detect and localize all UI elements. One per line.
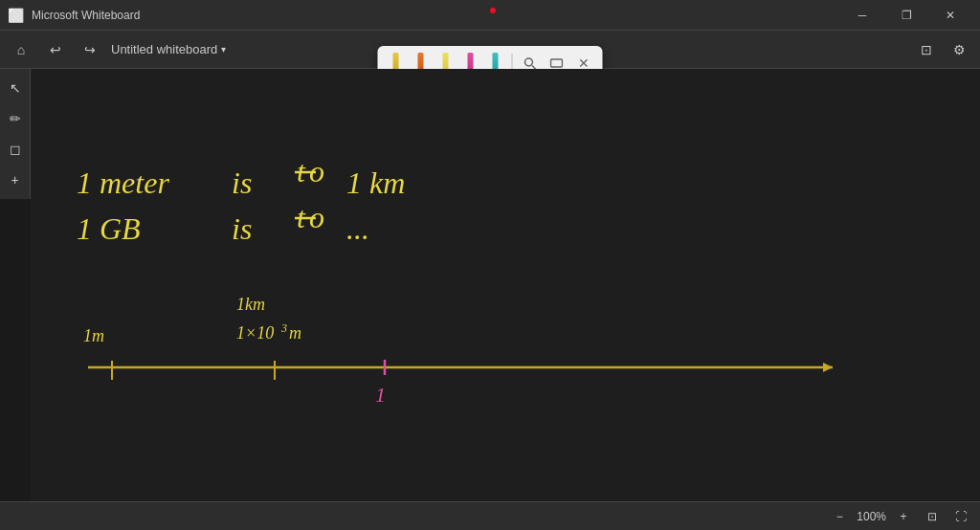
titlebar-controls: ─ ❐ ✕: [840, 0, 972, 31]
fit-to-screen-button[interactable]: ⊡: [921, 505, 944, 528]
zoom-out-button[interactable]: −: [828, 505, 851, 528]
maximize-button[interactable]: ❐: [884, 0, 928, 31]
svg-text:1×10: 1×10: [236, 323, 274, 342]
settings-button[interactable]: ⚙: [946, 36, 972, 63]
svg-text:1: 1: [375, 383, 386, 407]
svg-marker-21: [823, 363, 833, 372]
minimize-button[interactable]: ─: [840, 0, 884, 31]
svg-text:1 km: 1 km: [346, 166, 405, 200]
zoom-in-button[interactable]: +: [892, 505, 915, 528]
whiteboard-name-container[interactable]: Untitled whiteboard ▾: [111, 42, 226, 56]
svg-text:m: m: [289, 323, 301, 342]
close-button[interactable]: ✕: [928, 0, 972, 31]
svg-text:is: is: [232, 166, 252, 200]
whiteboard-drawing: 1 meter is t o 1 km 1 GB is t o ... 1m 1…: [31, 69, 980, 501]
eraser-tool-button[interactable]: ◻: [4, 138, 27, 161]
bottombar: − 100% + ⊡ ⛶: [0, 501, 980, 530]
toolbar-right: ⊡ ⚙: [913, 36, 972, 63]
app-title: Microsoft Whiteboard: [32, 9, 140, 22]
search-icon: [523, 56, 537, 70]
whiteboard-canvas[interactable]: 1 meter is t o 1 km 1 GB is t o ... 1m 1…: [31, 69, 980, 501]
app-icon: ⬜: [8, 8, 24, 23]
svg-text:1 GB: 1 GB: [77, 211, 141, 246]
redo-button[interactable]: ↪: [77, 36, 103, 63]
svg-text:3: 3: [280, 321, 287, 335]
chevron-down-icon: ▾: [221, 44, 226, 55]
shapes-tool-button[interactable]: +: [4, 168, 27, 191]
zoom-level: 100%: [857, 510, 886, 523]
share-button[interactable]: ⊡: [913, 36, 940, 63]
svg-text:1km: 1km: [236, 295, 265, 314]
notification-dot: [490, 8, 496, 13]
pen-tool-button[interactable]: ✏: [4, 107, 27, 130]
svg-text:is: is: [232, 211, 252, 246]
svg-rect-2: [551, 59, 563, 67]
svg-text:o: o: [309, 154, 324, 188]
select-tool-button[interactable]: ↖: [4, 77, 27, 99]
titlebar-left: ⬜ Microsoft Whiteboard: [8, 8, 140, 23]
svg-text:1m: 1m: [83, 326, 104, 345]
svg-text:1 meter: 1 meter: [77, 166, 169, 200]
home-button[interactable]: ⌂: [8, 36, 34, 63]
whiteboard-name-text: Untitled whiteboard: [111, 42, 217, 56]
svg-text:...: ...: [346, 211, 369, 246]
titlebar: ⬜ Microsoft Whiteboard ─ ❐ ✕: [0, 0, 980, 31]
eraser-icon: [550, 56, 564, 70]
left-panel: ↖ ✏ ◻ +: [0, 69, 31, 199]
undo-button[interactable]: ↩: [42, 36, 69, 63]
svg-point-0: [525, 58, 533, 66]
svg-text:o: o: [309, 200, 324, 234]
fullscreen-button[interactable]: ⛶: [949, 505, 972, 528]
